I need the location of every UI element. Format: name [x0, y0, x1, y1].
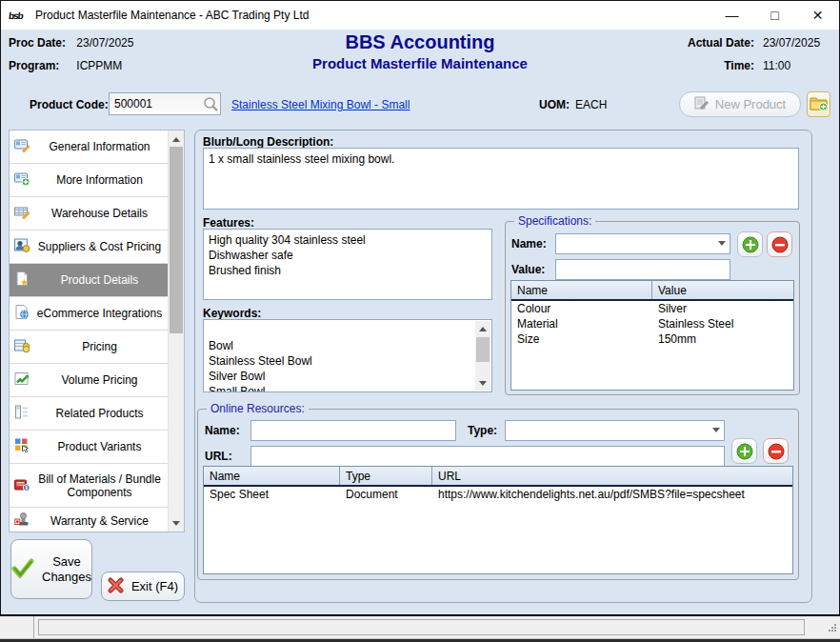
spec-value-input[interactable] — [555, 259, 730, 280]
specifications-table: Name Value Colour Silver Material Stainl… — [510, 280, 794, 391]
sidebar-item-warehouse-details[interactable]: Warehouse Details — [10, 197, 169, 231]
table-row[interactable]: Size 150mm — [511, 331, 793, 347]
resource-delete-button[interactable] — [763, 438, 789, 464]
features-textarea[interactable]: High quality 304 stainless steel Dishwas… — [203, 229, 492, 300]
save-changes-label: Save Changes — [42, 554, 91, 585]
scroll-up-icon[interactable] — [475, 321, 490, 336]
resource-cell-name: Spec Sheet — [204, 487, 340, 502]
resource-name-input[interactable] — [250, 420, 456, 441]
spec-cell-name: Material — [511, 316, 652, 331]
blurb-textarea[interactable]: 1 x small stainless steel mixing bowl. — [203, 148, 799, 210]
sidebar-item-pricing[interactable]: Pricing — [10, 331, 169, 364]
warranty-service-icon — [14, 512, 30, 530]
time-value: 11:00 — [754, 59, 833, 72]
specifications-table-header[interactable]: Name Value — [511, 281, 793, 301]
resource-type-label: Type: — [468, 424, 497, 437]
sidebar-item-label: Suppliers & Cost Pricing — [38, 240, 161, 253]
sidebar-item-label: General Information — [49, 140, 150, 153]
remove-icon — [771, 236, 789, 253]
resource-url-input[interactable] — [250, 446, 725, 467]
suppliers-cost-pricing-icon — [14, 238, 30, 256]
resource-col-name[interactable]: Name — [204, 467, 340, 485]
window-title: Product Masterfile Maintenance - ABC Tra… — [35, 9, 309, 22]
spec-value-label: Value: — [511, 263, 545, 276]
app-window: bsb Product Masterfile Maintenance - ABC… — [0, 0, 840, 616]
resource-add-button[interactable] — [731, 438, 757, 464]
exit-label: Exit (F4) — [131, 579, 178, 593]
product-details-panel: Blurb/Long Description: 1 x small stainl… — [194, 130, 812, 603]
resource-cell-url: https://www.kitchendelights.net.au/pdf/S… — [432, 487, 792, 502]
spec-add-button[interactable] — [737, 231, 763, 257]
sidebar-item-label: eCommerce Integrations — [37, 307, 162, 320]
uom-label: UOM: — [539, 98, 570, 111]
specifications-title: Specifications: — [514, 214, 595, 228]
product-code-label: Product Code: — [30, 98, 109, 111]
maximize-button[interactable]: □ — [753, 1, 796, 30]
table-row[interactable]: Colour Silver — [511, 301, 793, 316]
sidebar-item-label: Bill of Materials / Bundle Components — [34, 472, 165, 499]
scroll-up-icon[interactable] — [169, 131, 184, 147]
sidebar-scrollbar-thumb[interactable] — [170, 147, 183, 333]
features-label: Features: — [203, 216, 254, 230]
resource-col-type[interactable]: Type — [340, 467, 432, 485]
product-details-icon — [14, 271, 30, 290]
spec-col-name[interactable]: Name — [511, 281, 652, 299]
sidebar-item-product-details[interactable]: Product Details — [10, 264, 169, 297]
add-icon — [736, 443, 753, 460]
scroll-down-icon[interactable] — [169, 515, 184, 531]
spec-col-value[interactable]: Value — [652, 281, 793, 299]
blurb-label: Blurb/Long Description: — [203, 135, 333, 149]
sidebar-item-ecommerce-integrations[interactable]: eCommerce Integrations — [10, 297, 169, 331]
sidebar-scrollbar[interactable] — [168, 130, 184, 532]
close-button[interactable]: ✕ — [796, 1, 839, 30]
keywords-scrollbar-thumb[interactable] — [476, 337, 490, 362]
search-icon[interactable] — [203, 96, 219, 115]
new-product-button[interactable]: New Product — [679, 91, 801, 117]
sidebar-item-more-information[interactable]: More Information — [10, 164, 169, 197]
sidebar-item-label: More Information — [56, 173, 143, 187]
sidebar-item-related-products[interactable]: Related Products — [10, 397, 169, 431]
chevron-down-icon — [718, 241, 726, 246]
sidebar-item-label: Warranty & Service — [50, 514, 149, 528]
table-row[interactable]: Spec Sheet Document https://www.kitchend… — [204, 487, 792, 502]
resource-type-combobox[interactable] — [505, 420, 725, 441]
sidebar-item-label: Related Products — [55, 407, 143, 420]
resize-grip-icon[interactable] — [828, 622, 837, 635]
resource-url-label: URL: — [205, 450, 232, 463]
save-changes-button[interactable]: Save Changes — [10, 539, 92, 599]
general-information-icon — [14, 138, 30, 156]
resource-col-url[interactable]: URL — [432, 467, 792, 485]
sidebar-item-general-information[interactable]: General Information — [10, 130, 169, 164]
online-resources-table-header[interactable]: Name Type URL — [204, 467, 792, 487]
exit-button[interactable]: Exit (F4) — [101, 572, 185, 601]
sidebar-item-label: Pricing — [82, 340, 117, 353]
sidebar-item-product-variants[interactable]: Product Variants — [10, 431, 169, 464]
scroll-down-icon[interactable] — [475, 375, 490, 391]
more-information-icon — [14, 171, 30, 190]
resource-name-label: Name: — [205, 424, 240, 437]
table-row[interactable]: Material Stainless Steel — [511, 316, 793, 331]
bill-of-materials-icon — [14, 476, 30, 494]
product-description-link[interactable]: Stainless Steel Mixing Bowl - Small — [231, 98, 410, 111]
specifications-group: Specifications: Name: Value: Name Value … — [505, 221, 800, 395]
related-products-icon — [14, 405, 30, 423]
open-product-folder-button[interactable] — [807, 91, 830, 117]
keywords-scrollbar[interactable] — [475, 321, 490, 391]
sidebar-item-bill-of-materials[interactable]: Bill of Materials / Bundle Components — [10, 464, 169, 508]
spec-cell-value: 150mm — [652, 331, 793, 347]
exit-x-icon — [108, 577, 124, 596]
keywords-listbox[interactable]: Bowl Stainless Steel Bowl Silver Bowl Sm… — [203, 319, 492, 392]
minimize-button[interactable]: — — [710, 1, 753, 30]
keywords-text: Bowl Stainless Steel Bowl Silver Bowl Sm… — [209, 339, 312, 392]
spec-cell-value: Silver — [652, 301, 793, 316]
spec-name-combobox[interactable] — [555, 233, 730, 254]
sidebar-item-label: Warehouse Details — [51, 207, 148, 220]
spec-delete-button[interactable] — [767, 231, 792, 257]
status-strip-panel — [38, 619, 805, 635]
status-strip — [0, 616, 840, 639]
sidebar-nav: General Information More Information War… — [9, 130, 185, 532]
sidebar-item-label: Volume Pricing — [61, 373, 137, 387]
sidebar-item-suppliers-cost-pricing[interactable]: Suppliers & Cost Pricing — [10, 231, 169, 264]
sidebar-item-warranty-service[interactable]: Warranty & Service — [10, 508, 169, 532]
sidebar-item-volume-pricing[interactable]: Volume Pricing — [10, 364, 169, 397]
